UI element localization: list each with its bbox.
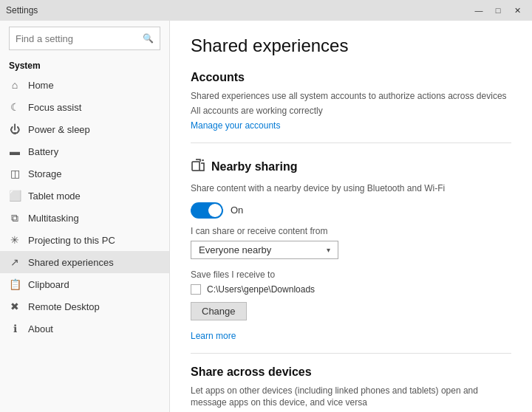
- nearby-sharing-toggle[interactable]: [191, 202, 223, 219]
- divider-1: [191, 143, 511, 143]
- storage-icon: ◫: [9, 168, 21, 179]
- clipboard-icon: 📋: [9, 278, 21, 290]
- sidebar-item-label: Focus assist: [28, 102, 81, 113]
- accounts-section: Accounts Shared experiences use all syst…: [191, 71, 511, 131]
- sidebar: 🔍 System ⌂ Home ☾ Focus assist ⏻ Power &…: [0, 21, 170, 412]
- accounts-status: All accounts are working correctly: [191, 106, 511, 116]
- share-across-section: Share across devices Let apps on other d…: [191, 365, 511, 412]
- nearby-sharing-title-row: Nearby sharing: [191, 158, 511, 176]
- sidebar-item-focus-assist[interactable]: ☾ Focus assist: [0, 96, 169, 118]
- focus-assist-icon: ☾: [9, 101, 21, 113]
- sidebar-item-label: About: [28, 323, 53, 334]
- remote-desktop-icon: ✖: [9, 301, 21, 312]
- sidebar-item-label: Remote Desktop: [28, 301, 100, 312]
- nearby-sharing-toggle-row: On: [191, 202, 511, 219]
- nearby-sharing-description: Share content with a nearby device by us…: [191, 182, 511, 195]
- learn-more-link[interactable]: Learn more: [191, 331, 236, 341]
- shared-experiences-icon: ↗: [9, 256, 21, 268]
- sidebar-item-label: Tablet mode: [28, 190, 81, 202]
- close-button[interactable]: ✕: [508, 3, 526, 18]
- sidebar-item-about[interactable]: ℹ About: [0, 317, 169, 340]
- sidebar-item-remote-desktop[interactable]: ✖ Remote Desktop: [0, 295, 169, 317]
- nearby-sharing-toggle-label: On: [231, 205, 243, 216]
- projecting-icon: ✳: [9, 234, 21, 246]
- sidebar-item-tablet-mode[interactable]: ⬜ Tablet mode: [0, 185, 169, 207]
- sidebar-item-label: Clipboard: [28, 279, 69, 290]
- about-icon: ℹ: [9, 323, 21, 334]
- divider-2: [191, 353, 511, 354]
- titlebar-controls: — □ ✕: [470, 3, 526, 18]
- sidebar-item-clipboard[interactable]: 📋 Clipboard: [0, 273, 169, 295]
- search-icon: 🔍: [143, 33, 154, 44]
- home-icon: ⌂: [9, 79, 21, 91]
- multitasking-icon: ⧉: [9, 212, 21, 224]
- everyone-nearby-dropdown[interactable]: Everyone nearby ▾: [191, 241, 338, 259]
- toggle-thumb: [208, 204, 222, 217]
- search-input[interactable]: [16, 33, 143, 44]
- sidebar-item-multitasking[interactable]: ⧉ Multitasking: [0, 207, 169, 229]
- dropdown-label: I can share or receive content from: [191, 226, 511, 236]
- chevron-down-icon: ▾: [327, 246, 330, 254]
- share-across-description: Let apps on other devices (including lin…: [191, 385, 511, 410]
- save-files-row: C:\Users\genpe\Downloads: [191, 284, 511, 295]
- sidebar-item-label: Projecting to this PC: [28, 235, 115, 246]
- sidebar-item-power-sleep[interactable]: ⏻ Power & sleep: [0, 118, 169, 140]
- minimize-button[interactable]: —: [470, 3, 488, 18]
- nearby-sharing-icon: [191, 158, 205, 176]
- save-files-label: Save files I receive to: [191, 269, 511, 280]
- nearby-sharing-title: Nearby sharing: [211, 160, 297, 174]
- sidebar-item-home[interactable]: ⌂ Home: [0, 74, 169, 96]
- change-button[interactable]: Change: [191, 302, 247, 320]
- sidebar-item-label: Shared experiences: [28, 257, 114, 268]
- sidebar-item-label: Multitasking: [28, 213, 79, 224]
- nearby-sharing-section: Nearby sharing Share content with a near…: [191, 158, 511, 341]
- maximize-button[interactable]: □: [489, 3, 507, 18]
- save-files-checkbox[interactable]: [191, 284, 201, 295]
- accounts-description: Shared experiences use all system accoun…: [191, 90, 511, 103]
- dropdown-value: Everyone nearby: [199, 244, 271, 255]
- page-title: Shared experiences: [191, 35, 511, 56]
- svg-rect-0: [192, 162, 200, 171]
- share-across-title: Share across devices: [191, 365, 511, 379]
- battery-icon: ▬: [9, 145, 21, 157]
- power-icon: ⏻: [9, 123, 21, 135]
- app-body: 🔍 System ⌂ Home ☾ Focus assist ⏻ Power &…: [0, 21, 532, 412]
- sidebar-item-battery[interactable]: ▬ Battery: [0, 140, 169, 162]
- sidebar-item-label: Storage: [28, 168, 62, 179]
- main-content: Shared experiences Accounts Shared exper…: [170, 21, 532, 412]
- sidebar-item-storage[interactable]: ◫ Storage: [0, 162, 169, 185]
- search-box[interactable]: 🔍: [9, 27, 160, 50]
- sidebar-item-projecting[interactable]: ✳ Projecting to this PC: [0, 229, 169, 251]
- titlebar-title: Settings: [6, 5, 38, 16]
- accounts-section-title: Accounts: [191, 71, 511, 84]
- tablet-icon: ⬜: [9, 190, 21, 202]
- sidebar-item-label: Power & sleep: [28, 124, 90, 135]
- sidebar-item-shared-experiences[interactable]: ↗ Shared experiences: [0, 251, 169, 273]
- file-path: C:\Users\genpe\Downloads: [207, 284, 315, 295]
- sidebar-section-label: System: [0, 56, 169, 74]
- sidebar-item-label: Home: [28, 80, 54, 91]
- sidebar-item-label: Battery: [28, 146, 58, 157]
- manage-accounts-link[interactable]: Manage your accounts: [191, 120, 280, 131]
- titlebar: Settings — □ ✕: [0, 0, 532, 21]
